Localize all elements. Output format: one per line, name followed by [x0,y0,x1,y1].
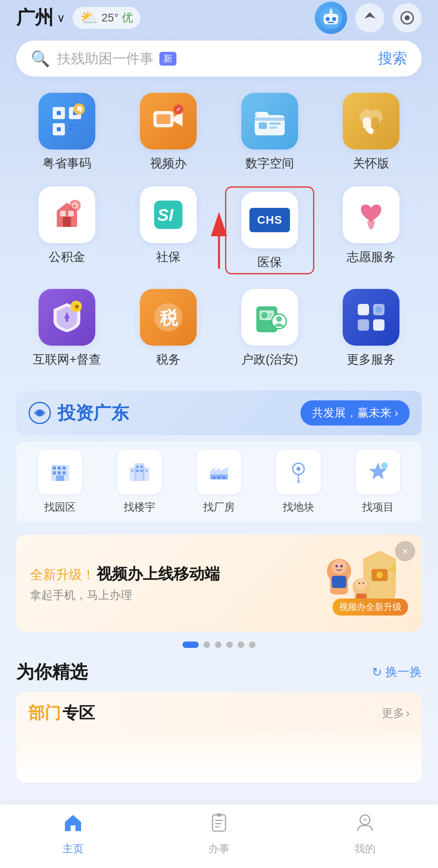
service-icon-video: ✓ [140,93,197,150]
invest-item-park[interactable]: 找园区 [38,450,82,514]
search-bar-wrap: 🔍 扶残助困一件事 新 搜索 [0,32,438,81]
search-button[interactable]: 搜索 [378,49,407,68]
service-icon-fund: ● [39,186,95,243]
service-item-video[interactable]: ✓ 视频办 [124,93,213,172]
svg-rect-27 [255,118,285,121]
dept-content [16,734,422,782]
service-item-internet[interactable]: ★ 互联网+督查 [22,289,112,368]
svg-rect-15 [70,124,72,126]
search-input[interactable]: 扶残助困一件事 新 [57,49,371,68]
svg-rect-49 [268,314,273,315]
service-item-tax[interactable]: 税 税务 [124,289,213,368]
svg-rect-104 [215,820,223,821]
invest-item-project[interactable]: 找项目 [356,450,400,514]
nav-item-task[interactable]: 办事 [187,812,251,856]
dept-zone-card: 部门 专区 更多 › [16,692,422,782]
for-you-title: 为你精选 [16,660,88,684]
svg-point-8 [405,15,410,20]
service-item-space[interactable]: 数字空间 [225,93,314,172]
svg-rect-73 [136,470,139,472]
service-item-volunteer[interactable]: 志愿服务 [326,186,416,274]
svg-rect-29 [269,122,281,125]
svg-point-109 [363,818,367,821]
invest-icon-project [356,450,400,494]
ad-subtitle: 拿起手机，马上办理 [30,588,294,603]
svg-point-59 [37,410,42,415]
nav-label-mine: 我的 [354,842,376,856]
invest-icon-land [276,450,321,494]
svg-text:税: 税 [159,308,178,328]
svg-point-6 [330,9,332,11]
city-dropdown-arrow[interactable]: ∨ [57,11,65,25]
service-item-social[interactable]: SI 社保 [124,186,213,274]
svg-point-88 [376,572,383,578]
svg-point-91 [332,560,346,574]
dept-title-black: 专区 [62,702,95,724]
service-row-2: ● 公积金 SI 社保 CHS 医保 [16,186,422,274]
svg-rect-67 [56,475,64,481]
for-you-header: 为你精选 ↻ 换一换 [0,660,438,692]
invest-label-factory: 找厂房 [203,500,235,514]
svg-point-100 [359,582,360,584]
service-item-medical[interactable]: CHS 医保 [225,186,314,274]
dept-more-link[interactable]: 更多 › [382,706,410,721]
svg-rect-17 [70,128,72,130]
svg-point-3 [332,17,336,21]
service-icon-medical: CHS [241,192,298,248]
service-item-fund[interactable]: ● 公积金 [22,186,112,274]
invest-label-project: 找项目 [362,500,394,514]
svg-point-86 [381,462,388,469]
dept-title-orange: 部门 [28,702,61,724]
svg-rect-71 [136,466,139,468]
invest-icon-park [38,450,82,494]
weather-badge: ⛅ 25° 优 [73,7,140,29]
bottom-nav: 主页 办事 我的 [0,804,438,868]
svg-rect-62 [58,466,61,470]
nav-label-home: 主页 [62,842,84,856]
service-item-care[interactable]: 关怀版 [326,93,416,172]
service-grid: 粤 粤省事码 ✓ 视频办 [0,81,438,387]
chs-badge: CHS [249,208,290,232]
service-icon-internet: ★ [39,289,95,346]
svg-point-57 [376,306,382,313]
service-item-household[interactable]: 户政(治安) [225,289,314,368]
invest-item-building[interactable]: 找楼宇 [117,450,162,514]
status-left: 广州 ∨ ⛅ 25° 优 [16,5,140,30]
status-right [315,2,422,34]
location-button[interactable] [355,3,384,32]
refresh-button[interactable]: ↻ 换一换 [372,664,422,680]
service-icon-yue: 粤 [39,93,95,150]
service-icon-space [241,93,298,150]
invest-slogan[interactable]: 共发展，赢未来 › [301,400,410,425]
search-bar[interactable]: 🔍 扶残助困一件事 新 搜索 [16,41,422,77]
svg-rect-107 [217,813,221,817]
invest-label-land: 找地块 [283,500,314,514]
city-name[interactable]: 广州 [16,5,54,30]
service-label-more: 更多服务 [347,351,395,368]
invest-item-land[interactable]: 找地块 [276,450,321,514]
nav-item-mine[interactable]: 我的 [333,812,397,856]
svg-rect-4 [328,22,334,23]
service-item-yue[interactable]: 粤 粤省事码 [22,93,112,172]
svg-rect-33 [68,211,74,216]
nav-item-home[interactable]: 主页 [41,812,105,856]
service-label-fund: 公积金 [49,249,85,265]
svg-point-97 [356,578,367,590]
service-label-video: 视频办 [150,155,187,172]
service-label-tax: 税务 [156,351,180,368]
service-item-more[interactable]: 更多服务 [326,289,416,368]
service-icon-tax: 税 [140,289,197,346]
svg-rect-69 [130,467,136,481]
service-label-household: 户政(治安) [241,351,298,368]
svg-rect-55 [358,319,369,331]
invest-banner[interactable]: 投资广东 共发展，赢未来 › [16,391,422,435]
svg-rect-93 [332,576,346,588]
ad-badge: 视频办全新升级 [333,599,408,616]
camera-button[interactable] [393,3,422,32]
svg-text:SI: SI [157,205,174,224]
svg-rect-75 [131,470,133,472]
robot-avatar[interactable] [315,2,347,34]
svg-point-52 [276,316,282,322]
invest-item-factory[interactable]: 找厂房 [197,450,241,514]
svg-rect-56 [373,319,384,331]
